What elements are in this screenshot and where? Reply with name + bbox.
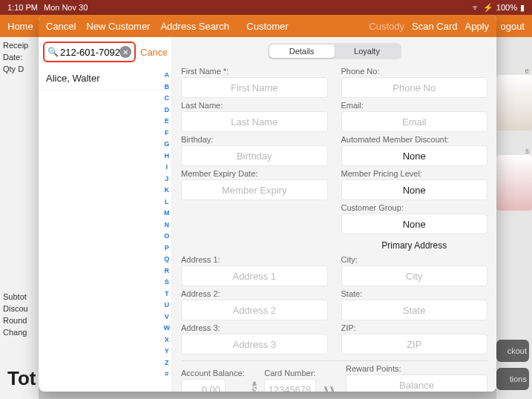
battery-percent: 100% (496, 3, 517, 12)
actions-button[interactable]: tions (496, 368, 529, 390)
section-title: Primary Address (341, 240, 488, 251)
first-name-input[interactable]: First Name (181, 77, 328, 98)
wifi-icon: ᯤ (472, 3, 480, 12)
tab-loyalty[interactable]: Loyalty (335, 44, 400, 58)
phone-input[interactable]: Phone No (341, 77, 488, 98)
city-input[interactable]: City (341, 266, 488, 286)
search-icon: 🔍 (47, 47, 59, 57)
product-tile[interactable] (496, 75, 532, 131)
alpha-letter[interactable]: R (164, 266, 171, 277)
alpha-letter[interactable]: U (164, 300, 171, 311)
alpha-letter[interactable]: W (164, 323, 171, 334)
checkout-button[interactable]: ckout (496, 340, 529, 362)
scan-card-button[interactable]: Scan Card (412, 21, 457, 32)
zip-input[interactable]: ZIP (341, 334, 488, 355)
dollar-icon[interactable]: $ (252, 381, 257, 392)
alpha-letter[interactable]: Y (164, 346, 171, 357)
alpha-letter[interactable]: O (164, 231, 171, 243)
search-box[interactable]: 🔍 ✕ (43, 42, 136, 62)
cgroup-select[interactable]: None (341, 214, 488, 234)
alpha-letter[interactable]: K (164, 185, 171, 197)
alpha-letter[interactable]: S (164, 277, 171, 288)
nav-home[interactable]: Home (7, 21, 33, 32)
details-column: Details Loyalty First Name *:First Name … (172, 37, 496, 392)
product-tile[interactable] (496, 155, 532, 211)
clear-icon[interactable]: ✕ (119, 46, 131, 58)
alpha-letter[interactable]: D (164, 105, 171, 116)
alpha-letter[interactable]: J (164, 174, 171, 185)
alpha-index[interactable]: ABCDEFGHIJKLMNOPQRSTUVWXYZ# (164, 70, 171, 380)
reward-points-input[interactable]: Balance (346, 375, 487, 392)
search-column: 🔍 ✕ Cancel Alice, Walter ABCDEFGHIJKLMNO… (39, 37, 172, 392)
email-input[interactable]: Email (341, 111, 488, 132)
signal-icon: ⚡ (483, 3, 493, 13)
birthday-input[interactable]: Birthday (181, 145, 328, 166)
alpha-letter[interactable]: F (164, 128, 171, 139)
alpha-letter[interactable]: # (164, 369, 171, 380)
alpha-letter[interactable]: G (164, 139, 171, 151)
tab-details[interactable]: Details (269, 44, 335, 58)
subtotal-lines: Subtot Discou Round Chang (3, 291, 28, 338)
alpha-letter[interactable]: M (164, 208, 171, 220)
alpha-letter[interactable]: P (164, 243, 171, 254)
receipt-panel: Receip Date: Qty D Subtot Discou Round C… (0, 37, 39, 399)
alpha-letter[interactable]: E (164, 116, 171, 128)
card-number-input[interactable]: 12345678 (264, 379, 316, 392)
barcode-icon[interactable]: ⑊⑊ (324, 381, 335, 392)
alpha-letter[interactable]: Z (164, 357, 171, 369)
ios-status-bar: 1:10 PM Mon Nov 30 ᯤ ⚡ 100% ▮ (0, 0, 532, 15)
address1-input[interactable]: Address 1 (181, 266, 328, 286)
expiry-input[interactable]: Member Expiry (181, 179, 328, 200)
tab-control: Details Loyalty (268, 43, 401, 59)
search-cancel[interactable]: Cancel (140, 47, 167, 58)
battery-icon: ▮ (520, 3, 525, 13)
alpha-letter[interactable]: A (164, 70, 171, 82)
status-time: 1:10 PM (7, 3, 38, 12)
alpha-letter[interactable]: B (164, 82, 171, 93)
customer-modal: Cancel New Customer Address Search Custo… (39, 15, 496, 392)
product-panel: e s ckout tions (496, 37, 532, 399)
status-date: Mon Nov 30 (44, 3, 88, 12)
alpha-letter[interactable]: X (164, 334, 171, 346)
address-search-button[interactable]: Address Search (160, 21, 229, 32)
last-name-input[interactable]: Last Name (181, 111, 328, 132)
nav-logout[interactable]: ogout (500, 21, 525, 32)
state-input[interactable]: State (341, 300, 488, 320)
alpha-letter[interactable]: I (164, 162, 171, 174)
alpha-letter[interactable]: C (164, 93, 171, 105)
address3-input[interactable]: Address 3 (181, 334, 328, 355)
mpl-select[interactable]: None (341, 179, 488, 200)
alpha-letter[interactable]: L (164, 197, 171, 208)
alpha-letter[interactable]: V (164, 311, 171, 323)
total-label: Tot (7, 367, 36, 390)
search-input[interactable] (60, 47, 119, 58)
new-customer-button[interactable]: New Customer (86, 21, 150, 32)
alpha-letter[interactable]: H (164, 151, 171, 162)
custody-button[interactable]: Custody (369, 21, 404, 32)
alpha-letter[interactable]: N (164, 220, 171, 231)
cancel-button[interactable]: Cancel (46, 21, 76, 32)
account-balance-input[interactable]: 0.00 (181, 379, 226, 392)
address2-input[interactable]: Address 2 (181, 300, 328, 320)
alpha-letter[interactable]: T (164, 288, 171, 300)
modal-title: Customer (246, 21, 288, 32)
amd-select[interactable]: None (341, 145, 488, 166)
alpha-letter[interactable]: Q (164, 254, 171, 266)
modal-header: Cancel New Customer Address Search Custo… (39, 15, 496, 37)
result-list: Alice, Walter ABCDEFGHIJKLMNOPQRSTUVWXYZ… (39, 67, 171, 392)
list-item[interactable]: Alice, Walter (39, 67, 171, 90)
apply-button[interactable]: Apply (464, 21, 489, 32)
